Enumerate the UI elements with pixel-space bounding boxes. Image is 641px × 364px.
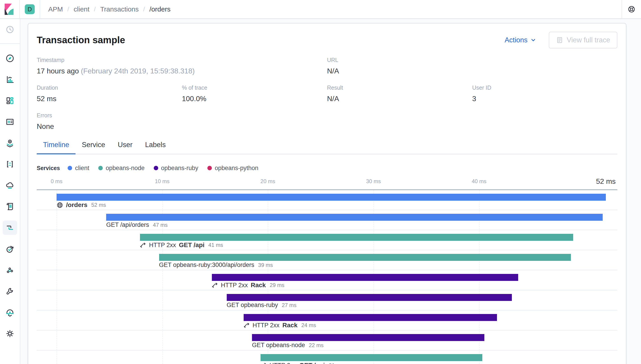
waterfall-bar[interactable] — [244, 314, 497, 321]
breadcrumb-separator: / — [94, 6, 96, 13]
span-result-prefix: HTTP 2xx — [221, 282, 248, 289]
legend-label: opbeans-ruby — [161, 165, 198, 172]
field-label: Errors — [37, 112, 182, 119]
time-axis: 0 ms10 ms20 ms30 ms40 ms52 ms — [37, 177, 617, 185]
field-label: User ID — [472, 84, 617, 91]
axis-tick-10-ms: 10 ms — [155, 178, 170, 184]
sidebar-item-graph[interactable] — [3, 263, 17, 277]
canvas-icon — [6, 117, 15, 126]
waterfall-row-rack[interactable]: HTTP 2xxRack24 ms — [37, 310, 617, 330]
apm-icon — [6, 223, 15, 232]
sidebar-item-dev-tools[interactable] — [3, 284, 17, 298]
monitoring-icon — [6, 308, 15, 317]
legend-dot — [68, 166, 72, 170]
span-name: GET /api — [299, 362, 325, 364]
waterfall-row-get-api[interactable]: HTTP 2xxGET /api21 ms — [37, 350, 617, 364]
sidebar-item-recent[interactable] — [3, 22, 17, 37]
sidebar-item-discover[interactable] — [3, 51, 17, 66]
waterfall-label: HTTP 2xxGET /api21 ms — [261, 362, 343, 364]
sidebar-item-infrastructure[interactable] — [3, 178, 17, 192]
sidebar-item-machine-learning[interactable] — [3, 157, 17, 172]
waterfall-bar[interactable] — [252, 334, 484, 341]
breadcrumb-item-transactions[interactable]: Transactions — [100, 6, 139, 13]
legend-title: Services — [37, 165, 60, 172]
sidebar-item-apm[interactable] — [3, 220, 17, 235]
legend-dot — [154, 166, 158, 170]
space-badge[interactable]: D — [25, 4, 35, 14]
waterfall-bar[interactable] — [261, 354, 482, 361]
document-icon — [556, 36, 563, 44]
waterfall-row-get-api[interactable]: HTTP 2xxGET /api41 ms — [37, 230, 617, 250]
waterfall-row-get-opbeans-ruby[interactable]: GET opbeans-ruby27 ms — [37, 290, 617, 310]
topbar-separator — [20, 0, 20, 19]
field-value: None — [37, 122, 182, 131]
sidebar-item-maps[interactable] — [3, 136, 17, 150]
axis-tick-30-ms: 30 ms — [366, 178, 381, 184]
waterfall-bar[interactable] — [140, 234, 573, 241]
field-user-id: User ID3 — [472, 84, 617, 103]
axis-tick-20-ms: 20 ms — [261, 178, 275, 184]
tab-timeline[interactable]: Timeline — [37, 141, 76, 154]
help-button[interactable] — [622, 0, 641, 19]
breadcrumb-item-apm[interactable]: APM — [48, 6, 63, 13]
sidebar-item-uptime[interactable] — [3, 242, 17, 256]
actions-dropdown[interactable]: Actions — [505, 36, 536, 44]
uptime-icon — [6, 244, 15, 254]
waterfall-row-rack[interactable]: HTTP 2xxRack29 ms — [37, 270, 617, 290]
kibana-logo[interactable] — [0, 4, 20, 15]
field-errors: ErrorsNone — [37, 112, 182, 131]
field-value: 100.0% — [182, 94, 327, 103]
waterfall-row-orders[interactable]: /orders52 ms — [37, 190, 617, 210]
span-name: GET /api/orders — [106, 222, 149, 228]
logs-icon — [6, 202, 15, 211]
axis-tick-0-ms: 0 ms — [51, 178, 63, 184]
panel-header: Transaction sample Actions View full tra… — [37, 32, 617, 49]
span-name: GET opbeans-ruby:3000/api/orders — [159, 262, 254, 268]
view-full-trace-button[interactable]: View full trace — [549, 32, 617, 48]
waterfall-label: /orders52 ms — [57, 201, 106, 208]
breadcrumb-item-client[interactable]: client — [74, 6, 90, 13]
span-name: Rack — [282, 322, 298, 329]
waterfall-bar[interactable] — [106, 214, 603, 221]
waterfall-bar[interactable] — [57, 194, 606, 201]
infrastructure-icon — [6, 181, 15, 190]
field-label: Result — [327, 84, 472, 91]
actions-label: Actions — [505, 36, 528, 44]
field-value-secondary: (February 24th 2019, 15:59:38.318) — [79, 67, 195, 75]
services-legend: Services clientopbeans-nodeopbeans-rubyo… — [37, 164, 617, 172]
sidebar-item-logs[interactable] — [3, 199, 17, 214]
help-icon — [627, 5, 635, 13]
waterfall-row-get-api-orders[interactable]: GET /api/orders47 ms — [37, 210, 617, 230]
sidebar-item-management[interactable] — [3, 326, 17, 341]
waterfall-bar[interactable] — [227, 294, 512, 301]
machine-learning-icon — [6, 160, 15, 169]
waterfall-bar[interactable] — [159, 254, 571, 261]
tab-labels[interactable]: Labels — [139, 141, 172, 154]
span-duration: 47 ms — [153, 222, 168, 228]
field-value: N/A — [327, 94, 472, 103]
span-duration: 52 ms — [91, 202, 106, 208]
field-value: 3 — [472, 94, 617, 103]
tab-user[interactable]: User — [111, 141, 139, 154]
span-duration: 24 ms — [301, 322, 316, 328]
waterfall-row-get-opbeans-node[interactable]: GET opbeans-node22 ms — [37, 330, 617, 350]
sidebar-nav — [0, 19, 20, 364]
top-bar: D APM/client/Transactions//orders — [0, 0, 641, 19]
span-duration: 27 ms — [282, 302, 296, 308]
waterfall-bar[interactable] — [212, 274, 518, 281]
gear-icon — [6, 329, 15, 338]
span-name: GET opbeans-ruby — [227, 302, 278, 308]
sidebar-item-dashboard[interactable] — [3, 94, 17, 108]
field-result: ResultN/A — [327, 84, 472, 103]
waterfall-row-get-opbeans-ruby-3000-api-orders[interactable]: GET opbeans-ruby:3000/api/orders39 ms — [37, 250, 617, 270]
waterfall-label: GET opbeans-ruby27 ms — [227, 302, 297, 308]
field-url: URLN/A — [327, 57, 617, 76]
legend-dot — [98, 166, 103, 170]
field-value: 17 hours ago (February 24th 2019, 15:59:… — [37, 66, 327, 76]
dashboard-icon — [6, 96, 15, 105]
tab-service[interactable]: Service — [76, 141, 111, 154]
sidebar-item-canvas[interactable] — [3, 115, 17, 129]
compass-icon — [6, 54, 15, 63]
sidebar-item-stack-monitoring[interactable] — [3, 305, 17, 320]
sidebar-item-visualize[interactable] — [3, 72, 17, 87]
